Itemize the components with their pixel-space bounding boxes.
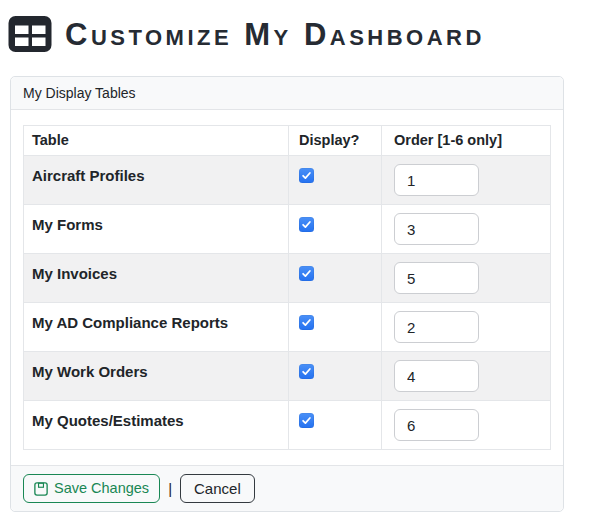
panel-body: Table Display? Order [1-6 only] Aircraft… <box>11 110 563 465</box>
display-checkbox[interactable] <box>299 413 314 428</box>
save-changes-button[interactable]: Save Changes <box>23 474 160 503</box>
button-separator: | <box>168 480 172 497</box>
column-header-table: Table <box>24 126 289 156</box>
order-input[interactable] <box>394 311 479 343</box>
table-row: My Forms <box>24 205 551 254</box>
table-name-label: My AD Compliance Reports <box>32 314 228 331</box>
save-changes-label: Save Changes <box>54 481 149 496</box>
page-header: Customize My Dashboard <box>0 0 611 56</box>
order-input[interactable] <box>394 262 479 294</box>
cancel-button[interactable]: Cancel <box>180 474 255 503</box>
page-title: Customize My Dashboard <box>65 19 485 50</box>
save-floppy-icon <box>34 482 48 496</box>
panel-header-title: My Display Tables <box>11 77 563 110</box>
column-header-display: Display? <box>289 126 382 156</box>
table-name-label: My Quotes/Estimates <box>32 412 184 429</box>
display-checkbox[interactable] <box>299 217 314 232</box>
table-row: My Work Orders <box>24 352 551 401</box>
my-display-tables-panel: My Display Tables Table Display? Order [… <box>10 76 564 512</box>
table-name-label: Aircraft Profiles <box>32 167 145 184</box>
display-checkbox[interactable] <box>299 168 314 183</box>
table-row: Aircraft Profiles <box>24 156 551 205</box>
display-checkbox[interactable] <box>299 364 314 379</box>
order-input[interactable] <box>394 213 479 245</box>
table-header-row: Table Display? Order [1-6 only] <box>24 126 551 156</box>
panel-footer: Save Changes | Cancel <box>11 465 563 511</box>
page: Customize My Dashboard My Display Tables… <box>0 0 611 512</box>
display-tables-body: Aircraft Profiles My Forms <box>24 156 551 450</box>
table-name-label: My Invoices <box>32 265 117 282</box>
display-checkbox[interactable] <box>299 315 314 330</box>
table-row: My Quotes/Estimates <box>24 401 551 450</box>
order-input[interactable] <box>394 409 479 441</box>
display-checkbox[interactable] <box>299 266 314 281</box>
column-header-order: Order [1-6 only] <box>382 126 551 156</box>
table-name-label: My Work Orders <box>32 363 148 380</box>
table-grid-icon <box>8 15 52 53</box>
order-input[interactable] <box>394 164 479 196</box>
display-tables-table: Table Display? Order [1-6 only] Aircraft… <box>23 125 551 450</box>
table-row: My Invoices <box>24 254 551 303</box>
order-input[interactable] <box>394 360 479 392</box>
table-row: My AD Compliance Reports <box>24 303 551 352</box>
table-name-label: My Forms <box>32 216 103 233</box>
